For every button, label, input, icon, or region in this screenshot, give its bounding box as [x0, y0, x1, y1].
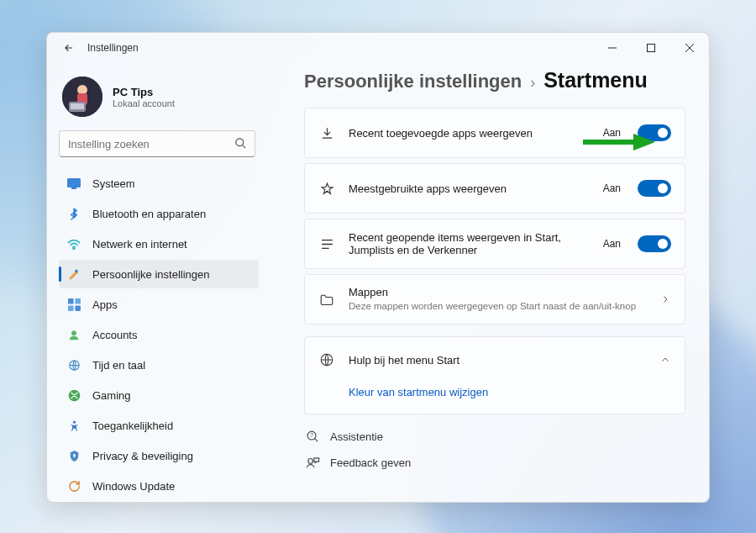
sidebar-item-label: Accounts [92, 329, 137, 341]
user-name: PC Tips [113, 86, 175, 98]
sidebar-item-gaming[interactable]: Gaming [59, 381, 259, 409]
sidebar-item-system[interactable]: Systeem [59, 169, 259, 198]
list-icon [318, 238, 335, 251]
setting-title: Recent toegevoegde apps weergeven [349, 127, 590, 140]
avatar [62, 77, 102, 117]
close-button[interactable] [670, 33, 709, 63]
bluetooth-icon [67, 207, 81, 220]
minimize-button[interactable] [593, 33, 632, 63]
toggle-most-used[interactable] [638, 180, 671, 197]
toggle-recent-items[interactable] [638, 235, 671, 252]
globe-help-icon [318, 352, 335, 367]
svg-point-18 [72, 420, 75, 423]
wifi-icon [67, 237, 81, 251]
svg-point-24 [308, 459, 313, 464]
setting-recent-items: Recent geopende items weergeven in Start… [304, 219, 685, 269]
titlebar: Instellingen [47, 33, 709, 63]
footer-link-label: Assistentie [330, 430, 383, 443]
toggle-state: Aan [603, 238, 621, 250]
sidebar-item-label: Tijd en taal [92, 359, 145, 372]
assist-icon: ? [306, 430, 320, 444]
window-title: Instellingen [87, 42, 139, 54]
back-arrow-icon [63, 42, 75, 54]
accessibility-icon [67, 419, 81, 432]
footer-assist[interactable]: ? Assistentie [306, 430, 685, 444]
back-button[interactable] [59, 38, 79, 58]
user-subtitle: Lokaal account [113, 98, 175, 108]
setting-folders[interactable]: Mappen Deze mappen worden weergegeven op… [304, 274, 685, 325]
sidebar-item-label: Systeem [92, 177, 135, 190]
maximize-icon [647, 44, 655, 52]
sidebar-item-accounts[interactable]: Accounts [59, 320, 259, 349]
footer-links: ? Assistentie Feedback geven [304, 430, 685, 470]
close-icon [685, 44, 694, 52]
sidebar-item-personalization[interactable]: Persoonlijke instellingen [59, 260, 259, 288]
chevron-right-icon [659, 294, 671, 304]
svg-point-9 [73, 248, 75, 250]
sidebar-item-label: Persoonlijke instellingen [92, 268, 209, 281]
svg-point-15 [71, 330, 76, 335]
svg-point-17 [68, 389, 80, 401]
chevron-up-icon [659, 355, 671, 365]
help-link-color[interactable]: Kleur van startmenu wijzigen [305, 383, 685, 414]
search-input[interactable] [59, 130, 255, 157]
sidebar-item-privacy[interactable]: Privacy & beveiliging [59, 441, 259, 470]
svg-rect-0 [648, 45, 655, 52]
settings-window: Instellingen PC Tips Lokaal account [46, 32, 710, 503]
setting-title: Mappen [349, 286, 646, 298]
nav: Systeem Bluetooth en apparaten Netwerk e… [59, 169, 264, 500]
svg-rect-12 [75, 298, 81, 304]
sidebar-item-windows-update[interactable]: Windows Update [59, 472, 259, 500]
system-icon [67, 177, 81, 190]
help-title: Hulp bij het menu Start [349, 354, 646, 367]
xbox-icon [67, 388, 81, 402]
footer-feedback[interactable]: Feedback geven [306, 456, 685, 470]
svg-rect-8 [71, 187, 76, 189]
setting-title: Meestgebruikte apps weergeven [349, 182, 590, 195]
search-wrap [59, 130, 255, 157]
feedback-icon [306, 456, 320, 470]
svg-rect-7 [67, 178, 81, 187]
globe-clock-icon [67, 358, 81, 372]
window-controls [593, 33, 709, 63]
minimize-icon [608, 44, 617, 52]
sidebar-item-label: Windows Update [92, 480, 175, 493]
sidebar-item-apps[interactable]: Apps [59, 290, 259, 319]
sidebar-item-label: Apps [92, 298, 118, 311]
sidebar-item-label: Gaming [92, 389, 131, 402]
svg-rect-5 [71, 103, 84, 109]
sidebar-item-label: Toegankelijkheid [92, 420, 173, 432]
paintbrush-icon [67, 267, 81, 281]
sidebar-item-label: Netwerk en internet [92, 238, 187, 251]
toggle-state: Aan [603, 127, 621, 139]
apps-icon [67, 298, 81, 311]
svg-rect-14 [75, 305, 81, 311]
user-profile[interactable]: PC Tips Lokaal account [59, 71, 264, 130]
help-card: Hulp bij het menu Start Kleur van startm… [304, 336, 685, 414]
sidebar-item-time-language[interactable]: Tijd en taal [59, 351, 259, 379]
folder-icon [318, 293, 335, 306]
svg-rect-20 [73, 455, 75, 457]
download-icon [318, 126, 335, 140]
content-area: PC Tips Lokaal account Systeem Bluetooth… [47, 63, 709, 502]
sidebar-item-label: Bluetooth en apparaten [92, 208, 206, 220]
help-expander[interactable]: Hulp bij het menu Start [305, 337, 685, 383]
svg-rect-11 [68, 298, 74, 304]
shield-icon [67, 449, 81, 462]
person-icon [67, 328, 81, 341]
setting-title: Recent geopende items weergeven in Start… [349, 231, 590, 256]
page-title: Startmenu [543, 68, 648, 92]
breadcrumb: Persoonlijke instellingen › Startmenu [304, 68, 685, 92]
setting-recent-apps: Recent toegevoegde apps weergeven Aan [304, 108, 685, 158]
update-icon [67, 479, 81, 493]
footer-link-label: Feedback geven [330, 456, 411, 469]
sidebar-item-network[interactable]: Netwerk en internet [59, 230, 259, 258]
svg-text:?: ? [310, 432, 313, 438]
maximize-button[interactable] [632, 33, 670, 63]
sidebar-item-label: Privacy & beveiliging [92, 450, 193, 462]
sidebar-item-accessibility[interactable]: Toegankelijkheid [59, 411, 259, 440]
sidebar-item-bluetooth[interactable]: Bluetooth en apparaten [59, 199, 259, 228]
breadcrumb-parent[interactable]: Persoonlijke instellingen [304, 71, 522, 92]
sidebar: PC Tips Lokaal account Systeem Bluetooth… [47, 63, 264, 502]
toggle-recent-apps[interactable] [638, 124, 671, 141]
